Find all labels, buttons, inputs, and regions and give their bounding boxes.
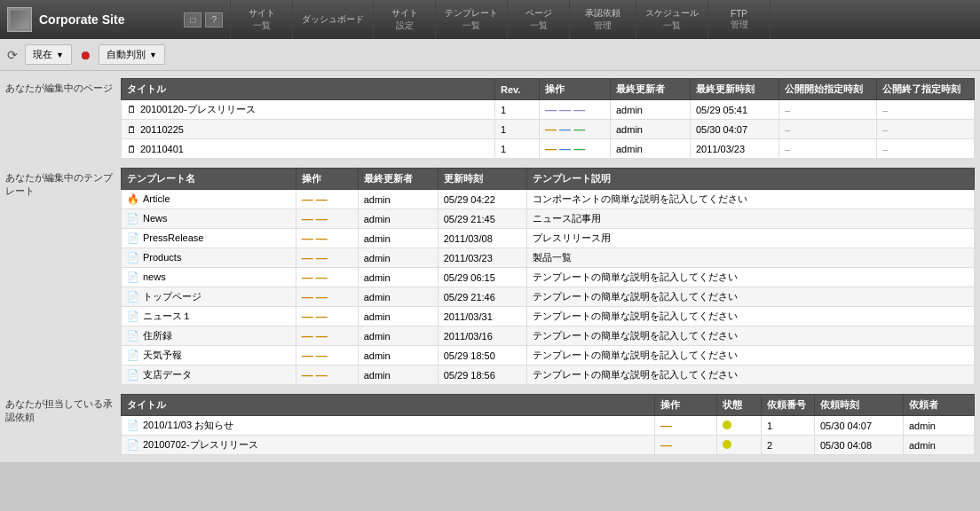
- table-row: 🗒20100120-プレスリリース 1 — — — admin 05/29 05…: [122, 100, 975, 120]
- page-ops: — — —: [540, 139, 611, 159]
- tmpl-desc: ニュース記事用: [526, 209, 974, 229]
- tmpl-ops: — —: [296, 229, 358, 248]
- table-row: 📄2010/11/03 お知らせ — 1 05/30 04:07 admin: [122, 416, 975, 436]
- tmpl-updated: 2011/03/16: [438, 326, 526, 346]
- table-row: 🗒20110225 1 — — — admin 05/30 04:07 – –: [122, 120, 975, 139]
- appr-reqtime: 05/30 04:08: [815, 436, 904, 455]
- page-rev: 1: [495, 100, 540, 120]
- template-icon: 📄: [127, 350, 139, 360]
- templates-table-wrap: テンプレート名 操作 最終更新者 更新時刻 テンプレート説明 🔥Article …: [121, 168, 975, 385]
- tmpl-user: admin: [358, 287, 438, 307]
- tcol-user: 最終更新者: [358, 169, 438, 190]
- op-dash1[interactable]: —: [545, 103, 557, 116]
- col-title: タイトル: [122, 79, 495, 100]
- col-ops: 操作: [540, 79, 611, 100]
- template-icon: 📄: [127, 311, 139, 321]
- header-btn-square[interactable]: □: [184, 12, 202, 28]
- approvals-section: あなたが担当している承認依頼 タイトル 操作 状態 依頼番号 依頼時刻 依頼者: [5, 394, 975, 455]
- tmpl-updated: 2011/03/08: [438, 229, 526, 248]
- current-btn[interactable]: 現在 ▼: [25, 44, 72, 65]
- template-icon: 📄: [127, 369, 139, 380]
- tmpl-ops: — —: [296, 287, 358, 307]
- tmpl-ops: — —: [296, 326, 358, 346]
- template-fire-icon: 🔥: [127, 193, 139, 204]
- page-title-cell: 🗒20110401: [122, 139, 495, 159]
- status-dot: [723, 440, 731, 449]
- op-dash-g1[interactable]: —: [573, 122, 585, 136]
- nav-ftp[interactable]: FTP 管理: [708, 0, 771, 39]
- current-label: 現在: [33, 48, 52, 61]
- page-icon: 🗒: [127, 124, 137, 135]
- pages-table-wrap: タイトル Rev. 操作 最終更新者 最終更新時刻 公開開始指定時刻 公開終了指…: [121, 78, 975, 159]
- templates-section: あなたが編集中のテンプレート テンプレート名 操作 最終更新者 更新時刻 テンプ…: [5, 168, 975, 385]
- tmpl-updated: 2011/03/23: [438, 248, 526, 268]
- tcol-name: テンプレート名: [122, 169, 296, 190]
- appr-requser: admin: [904, 436, 975, 455]
- page-rev: 1: [495, 139, 540, 159]
- page-ops: — — —: [540, 100, 611, 120]
- template-icon: 📄: [127, 252, 139, 263]
- template-icon: 📄: [127, 330, 139, 341]
- tmpl-ops: — —: [296, 248, 358, 268]
- op-dash2[interactable]: —: [559, 103, 571, 116]
- header-btn-help[interactable]: ?: [205, 12, 223, 28]
- pages-section: あなたが編集中のページ タイトル Rev. 操作 最終更新者 最終更新時刻 公開…: [5, 78, 975, 159]
- col-user: 最終更新者: [611, 79, 691, 100]
- table-row: 📄住所録 — — admin 2011/03/16 テンプレートの簡単な説明を記…: [122, 326, 975, 346]
- appr-requser: admin: [904, 416, 975, 436]
- page-updated: 05/29 05:41: [691, 100, 779, 120]
- op-dash-b2[interactable]: —: [559, 142, 571, 155]
- page-pub-start: –: [779, 120, 877, 139]
- op-dash3[interactable]: —: [573, 103, 585, 116]
- tmpl-ops: — —: [296, 346, 358, 366]
- nav-approval[interactable]: 承認依頼 管理: [570, 0, 636, 39]
- table-row: 📄Products — — admin 2011/03/23 製品一覧: [122, 248, 975, 268]
- tmpl-user: admin: [358, 326, 438, 346]
- page-title-cell: 🗒20110225: [122, 120, 495, 139]
- back-icon[interactable]: ⟳: [7, 48, 18, 62]
- nav-schedule[interactable]: スケジュール 一覧: [636, 0, 708, 39]
- op-dash-y1[interactable]: —: [545, 122, 557, 136]
- nav-site-list[interactable]: サイト 一覧: [231, 0, 293, 39]
- tmpl-desc: 製品一覧: [526, 248, 974, 268]
- tmpl-name: 📄ニュース１: [122, 307, 296, 326]
- acol-requser: 依頼者: [904, 395, 975, 416]
- table-row: 📄トップページ — — admin 05/29 21:46 テンプレートの簡単な…: [122, 287, 975, 307]
- templates-table: テンプレート名 操作 最終更新者 更新時刻 テンプレート説明 🔥Article …: [121, 168, 975, 385]
- nav-site-settings[interactable]: サイト 設定: [374, 0, 436, 39]
- tmpl-user: admin: [358, 209, 438, 229]
- tmpl-name: 📄トップページ: [122, 287, 296, 307]
- appr-icon: 📄: [127, 420, 139, 430]
- tcol-updated: 更新時刻: [438, 169, 526, 190]
- dropdown-arrow2: ▼: [149, 51, 157, 59]
- page-pub-end: –: [877, 100, 975, 120]
- appr-ops: —: [655, 436, 717, 455]
- stop-icon[interactable]: ⏺: [79, 48, 91, 62]
- page-icon: 🗒: [127, 144, 137, 154]
- top-header: Corporate Site □ ? サイト 一覧 ダッシュボード サイト 設定…: [0, 0, 980, 39]
- page-pub-start: –: [779, 139, 877, 159]
- tmpl-user: admin: [358, 229, 438, 248]
- appr-reqtime: 05/30 04:07: [815, 416, 904, 436]
- tmpl-desc: テンプレートの簡単な説明を記入してください: [526, 307, 974, 326]
- op-dash-b1[interactable]: —: [559, 122, 571, 136]
- col-pub-start: 公開開始指定時刻: [779, 79, 877, 100]
- site-title-area: Corporate Site □ ?: [0, 0, 231, 39]
- nav-dashboard[interactable]: ダッシュボード: [293, 0, 374, 39]
- op-dash-g2[interactable]: —: [573, 142, 585, 155]
- page-pub-end: –: [877, 120, 975, 139]
- op-dash-y2[interactable]: —: [545, 142, 557, 155]
- tmpl-name: 📄支店データ: [122, 366, 296, 385]
- nav-template-list[interactable]: テンプレート 一覧: [436, 0, 508, 39]
- nav-page-list[interactable]: ページ 一覧: [508, 0, 570, 39]
- appr-ops: —: [655, 416, 717, 436]
- tmpl-updated: 2011/03/31: [438, 307, 526, 326]
- tmpl-desc: テンプレートの簡単な説明を記入してください: [526, 326, 974, 346]
- tmpl-ops: — —: [296, 268, 358, 287]
- page-user: admin: [611, 100, 691, 120]
- tmpl-updated: 05/29 18:56: [438, 366, 526, 385]
- auto-judge-btn[interactable]: 自動判別 ▼: [99, 44, 165, 65]
- tmpl-name: 🔥Article: [122, 190, 296, 209]
- nav-area: サイト 一覧 ダッシュボード サイト 設定 テンプレート 一覧 ページ 一覧 承…: [231, 0, 980, 39]
- table-row: 📄天気予報 — — admin 05/29 18:50 テンプレートの簡単な説明…: [122, 346, 975, 366]
